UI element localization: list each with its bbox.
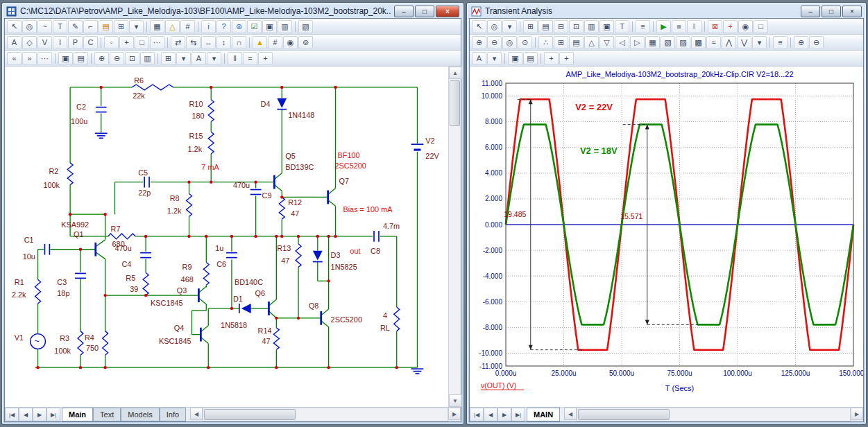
paste-icon[interactable]: ▤	[523, 52, 538, 65]
text-tool-icon[interactable]: T	[53, 20, 67, 33]
zoom-out-icon[interactable]: ⊖	[110, 52, 124, 65]
right-marker-icon[interactable]: ▷	[630, 36, 645, 49]
help-mode-icon[interactable]: ?	[216, 20, 231, 33]
close-button[interactable]: ×	[436, 6, 459, 17]
zoom-in-icon[interactable]: ⊕	[472, 36, 486, 49]
probe-dropdown-icon[interactable]: ▾	[502, 20, 517, 33]
cursor-mode-icon[interactable]: +	[723, 20, 738, 33]
align-tool-icon[interactable]: +	[258, 52, 273, 65]
warning-triangle-icon[interactable]: ▲	[253, 36, 267, 49]
nav-next-page-button[interactable]: ▶	[33, 408, 46, 421]
nav-first-page-button[interactable]: |◀	[5, 408, 19, 421]
split-vertical-icon[interactable]: =	[243, 52, 257, 65]
pause-icon[interactable]: ‖	[687, 20, 701, 33]
node-numbers-icon[interactable]: ◇	[22, 36, 37, 49]
auto-scale-icon[interactable]: ◎	[502, 36, 517, 49]
sine-source-icon[interactable]: ~	[37, 20, 52, 33]
tab-main[interactable]: Main	[62, 408, 93, 421]
data-points-icon[interactable]: ∴	[538, 36, 553, 49]
zoom-cursor-icon[interactable]: ⊙	[518, 36, 532, 49]
grid-tool-icon[interactable]: #	[180, 20, 195, 33]
crosshair-icon[interactable]: +	[119, 36, 134, 49]
slide-parts-icon[interactable]: ⇆	[186, 36, 201, 49]
zoom-area-icon[interactable]: ⊡	[125, 52, 139, 65]
scroll-left-button[interactable]: ◀	[190, 408, 203, 420]
component-dropdown-icon[interactable]: ▾	[129, 20, 144, 33]
rubberband-icon[interactable]: ⇄	[171, 36, 185, 49]
conditions-display-icon[interactable]: C	[83, 36, 98, 49]
maximize-button[interactable]: □	[822, 6, 841, 17]
zoom-in-icon[interactable]: ⊕	[94, 52, 109, 65]
grid-dropdown-icon[interactable]: ▾	[176, 52, 191, 65]
minimize-button[interactable]: –	[394, 6, 414, 17]
properties-icon[interactable]: ≡	[636, 20, 650, 33]
split-horizontal-icon[interactable]: ‖	[228, 52, 242, 65]
flip-horizontal-icon[interactable]: ↔	[201, 36, 216, 49]
tab-text[interactable]: Text	[93, 408, 121, 421]
grid-dots-icon[interactable]: ⋯	[150, 36, 164, 49]
help-topics-icon[interactable]: ▧	[298, 20, 313, 33]
power-display-icon[interactable]: P	[68, 36, 83, 49]
trace-dropdown-icon[interactable]: ▾	[752, 36, 767, 49]
tab-models[interactable]: Models	[121, 408, 159, 421]
scale-mode-icon[interactable]: ⊠	[708, 20, 722, 33]
zoom-out-icon[interactable]: ⊖	[487, 36, 502, 49]
nav-next-page-button[interactable]: ▶	[497, 408, 511, 421]
nav-last-page-button[interactable]: ▶|	[46, 408, 60, 421]
probe-tool-icon[interactable]: ◎	[487, 20, 502, 33]
nav-previous-page-button[interactable]: ◀	[19, 408, 33, 421]
horizontal-scroll-track[interactable]	[203, 408, 448, 421]
grid-snap-icon[interactable]: #	[268, 36, 282, 49]
copy-icon[interactable]: ▣	[508, 52, 522, 65]
waveform-plot[interactable]: AMP_Like_Melodiya-103M2_bootstrap_20kHz-…	[470, 67, 863, 407]
point-to-point-icon[interactable]: ⊛	[232, 20, 246, 33]
horizontal-scrollbar[interactable]: ◀ ▶	[190, 408, 461, 421]
scroll-up-button[interactable]: ▲	[449, 67, 461, 79]
minimize-button[interactable]: –	[801, 6, 820, 17]
fit-window-icon[interactable]: ▥	[140, 52, 155, 65]
nav-last-page-button[interactable]: ▶|	[511, 408, 525, 421]
font-select-icon[interactable]: A	[472, 52, 486, 65]
region-box-icon[interactable]: ▣	[262, 20, 277, 33]
grid-segments-icon[interactable]: ⊞	[554, 36, 568, 49]
scroll-right-button[interactable]: ▶	[851, 408, 863, 420]
bus-tool-icon[interactable]: ▤	[99, 20, 113, 33]
vertical-scroll-track[interactable]	[449, 79, 461, 394]
plot-scroll-track[interactable]	[577, 408, 851, 421]
nav-previous-page-button[interactable]: ◀	[484, 408, 497, 421]
text-tool-icon[interactable]: T	[615, 20, 629, 33]
plot-scroll-thumb[interactable]	[578, 409, 670, 420]
breakpoints-icon[interactable]: ▣	[599, 20, 614, 33]
copy-to-clipboard-icon[interactable]: ▣	[58, 52, 73, 65]
flip-vertical-icon[interactable]: ↕	[216, 36, 231, 49]
analysis-titlebar[interactable]: Transient Analysis –□×	[469, 4, 864, 18]
font-dropdown-icon[interactable]: ▾	[487, 52, 502, 65]
magnify-plus-icon[interactable]: ⊕	[794, 36, 808, 49]
ruler-icon[interactable]: ▤	[569, 36, 584, 49]
currents-display-icon[interactable]: I	[53, 36, 67, 49]
maximize-button[interactable]: □	[415, 6, 434, 17]
y-axis-grid-icon[interactable]: ▧	[661, 36, 675, 49]
more-options-icon[interactable]: ⋯	[37, 52, 52, 65]
bottom-trace-icon[interactable]: ⋁	[737, 36, 751, 49]
tag-point-icon[interactable]: ◉	[738, 20, 753, 33]
magnify-minus-icon[interactable]: ⊖	[809, 36, 824, 49]
warning-flag-icon[interactable]: △	[165, 20, 180, 33]
schematic-canvas[interactable]: ~R622kC2100uR10180D41N4148R151.2k7 mAQ5B…	[5, 67, 448, 407]
smoothing-icon[interactable]: ≈	[706, 36, 721, 49]
stop-icon[interactable]: ■	[672, 20, 686, 33]
tag-horizontal-icon[interactable]: □	[754, 20, 768, 33]
close-button[interactable]: ×	[842, 6, 862, 17]
analysis-limits-icon[interactable]: ▤	[538, 20, 553, 33]
page-copy-icon[interactable]: ▤	[74, 52, 88, 65]
nav-first-page-button[interactable]: |◀	[470, 408, 484, 421]
valley-marker-icon[interactable]: ▽	[599, 36, 614, 49]
cursor-left-icon[interactable]: +	[544, 52, 559, 65]
watch-window-icon[interactable]: ▥	[584, 20, 599, 33]
scroll-left-button[interactable]: ◀	[564, 408, 577, 420]
scroll-down-button[interactable]: ▼	[449, 394, 461, 407]
pencil-tool-icon[interactable]: ✎	[68, 20, 83, 33]
log-y-icon[interactable]: ▩	[691, 36, 706, 49]
nav-back-icon[interactable]: «	[7, 52, 22, 65]
plot-horizontal-scrollbar[interactable]: ◀ ▶	[564, 408, 863, 421]
